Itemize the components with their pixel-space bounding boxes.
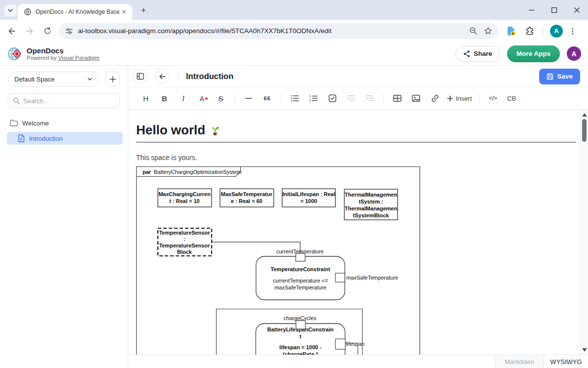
folder-label: Welcome xyxy=(22,120,49,127)
svg-text:maxSafeTemperature: maxSafeTemperature xyxy=(274,285,326,290)
close-window-button[interactable] xyxy=(565,0,588,20)
docs-offline-icon[interactable] xyxy=(505,25,517,37)
document-content[interactable]: Hello world This space is yours. par xyxy=(128,110,588,355)
browser-tab-strip: OpenDocs - AI Knowledge Base × + xyxy=(0,0,588,20)
svg-text:MaxSafeTemperatur: MaxSafeTemperatur xyxy=(221,191,273,197)
page-label: Introduction xyxy=(29,135,63,142)
temperature-constraint-block[interactable]: TemperatureConstraint currentTemperature… xyxy=(256,253,345,300)
powered-by: Powered by Visual Paradigm xyxy=(27,55,99,61)
link-button[interactable] xyxy=(428,92,441,105)
strikethrough-button[interactable]: S xyxy=(214,92,227,105)
maximize-button[interactable] xyxy=(543,0,565,20)
url-text[interactable]: ai-toolbox.visual-paradigm.com/app/opend… xyxy=(78,27,464,35)
italic-button[interactable]: I xyxy=(177,92,190,105)
browser-profile-avatar[interactable]: A xyxy=(550,25,563,38)
table-button[interactable] xyxy=(391,92,404,105)
share-icon xyxy=(463,50,470,57)
sidebar-item-welcome[interactable]: Welcome xyxy=(10,117,123,129)
port-charge-cycles[interactable] xyxy=(296,321,305,329)
back-to-pages-button[interactable] xyxy=(155,69,170,84)
sidebar-item-introduction[interactable]: Introduction xyxy=(7,132,123,145)
value-box-initial-lifespan[interactable]: InitialLifespan : Real = 1000 xyxy=(282,189,335,207)
outdent-button[interactable] xyxy=(363,92,376,105)
task-list-button[interactable] xyxy=(326,92,339,105)
bullet-list-button[interactable] xyxy=(288,92,301,105)
port-max-safe-temperature[interactable] xyxy=(335,273,345,282)
svg-text:t: t xyxy=(299,333,301,339)
browser-window: OpenDocs - AI Knowledge Base × + ai-tool… xyxy=(0,0,588,368)
document-icon xyxy=(18,134,25,142)
svg-text:TemperatureSensor: TemperatureSensor xyxy=(159,243,210,248)
scroll-down-button[interactable] xyxy=(581,346,588,354)
inline-code-button[interactable]: </> xyxy=(486,92,500,105)
browser-tab[interactable]: OpenDocs - AI Knowledge Base × xyxy=(18,4,132,20)
new-tab-button[interactable]: + xyxy=(138,5,149,16)
svg-text:tSystem :: tSystem : xyxy=(359,199,383,204)
image-button[interactable] xyxy=(409,92,423,105)
vertical-scrollbar[interactable] xyxy=(580,110,588,355)
space-selector[interactable]: Default Space xyxy=(8,72,99,86)
toolbar-separator xyxy=(234,94,235,103)
numbered-list-button[interactable]: 12 xyxy=(307,92,320,105)
search-input[interactable] xyxy=(23,97,115,105)
port-lifespan[interactable] xyxy=(335,339,345,349)
tab-markdown[interactable]: Markdown xyxy=(495,355,544,368)
toolbar-separator xyxy=(281,94,281,103)
share-button[interactable]: Share xyxy=(455,46,500,62)
battery-lifespan-constraint-block[interactable]: BatteryLifespanConstrain t lifespan = 10… xyxy=(256,321,346,355)
scroll-up-button[interactable] xyxy=(581,111,588,119)
temperature-sensor-box[interactable]: TemperatureSensor : TemperatureSensor Bl… xyxy=(158,228,212,256)
code-block-button[interactable]: CB xyxy=(505,92,518,105)
save-button[interactable]: Save xyxy=(539,69,580,84)
text-color-button[interactable]: A xyxy=(195,92,209,105)
bold-button[interactable]: B xyxy=(158,92,171,105)
address-bar[interactable]: ai-toolbox.visual-paradigm.com/app/opend… xyxy=(59,23,498,39)
toggle-sidebar-button[interactable] xyxy=(133,70,147,83)
insert-button[interactable]: Insert xyxy=(447,95,472,102)
value-box-thermal-system[interactable]: ThermalManagemen tSystem : ThermalManage… xyxy=(344,189,398,220)
tab-wysiwyg[interactable]: WYSIWYG xyxy=(544,355,588,368)
visual-paradigm-link[interactable]: Visual Paradigm xyxy=(58,55,100,61)
toolbar-separator xyxy=(383,94,384,103)
svg-text:1: 1 xyxy=(309,94,311,98)
reload-button[interactable] xyxy=(41,25,53,37)
horizontal-rule-button[interactable] xyxy=(242,92,255,105)
globe-favicon-icon xyxy=(24,8,32,16)
sidebar-search[interactable] xyxy=(8,93,120,108)
svg-text:InitialLifespan : Real: InitialLifespan : Real xyxy=(283,191,335,197)
color-dot xyxy=(205,97,208,100)
text-color-glyph: A xyxy=(199,94,204,103)
extensions-icon[interactable] xyxy=(524,25,536,37)
value-box-max-charging[interactable]: MaxChargingCurren t : Real = 10 xyxy=(158,189,212,207)
account-avatar[interactable]: A xyxy=(567,46,581,61)
frame-keyword: par xyxy=(143,169,151,175)
editor-panel: Introduction Save H B I A S 66 12 xyxy=(128,66,588,368)
port-current-temperature[interactable] xyxy=(296,253,305,261)
add-space-button[interactable] xyxy=(105,72,120,86)
seedling-emoji xyxy=(209,124,221,136)
tab-search-button[interactable] xyxy=(4,4,17,16)
zoom-icon[interactable] xyxy=(468,26,478,37)
brand-text: OpenDocs Powered by Visual Paradigm xyxy=(27,46,99,61)
bookmark-star-icon[interactable] xyxy=(482,26,493,37)
save-label: Save xyxy=(557,73,573,80)
tab-close-icon[interactable]: × xyxy=(119,7,128,16)
svg-text:= 1000: = 1000 xyxy=(300,198,317,204)
indent-button[interactable] xyxy=(344,92,358,105)
browser-menu-icon[interactable] xyxy=(567,25,579,37)
heading-button[interactable]: H xyxy=(139,92,152,105)
back-button[interactable] xyxy=(6,25,18,37)
svg-text:lifespan = 1000 -: lifespan = 1000 - xyxy=(279,344,322,350)
svg-text:TemperatureConstraint: TemperatureConstraint xyxy=(271,266,331,272)
more-apps-button[interactable]: More Apps xyxy=(507,45,560,62)
blockquote-button[interactable]: 66 xyxy=(260,92,274,105)
svg-text:2: 2 xyxy=(309,99,311,102)
forward-button[interactable] xyxy=(24,25,36,37)
formatting-toolbar: H B I A S 66 12 Insert xyxy=(128,87,588,110)
value-box-max-safe-temp[interactable]: MaxSafeTemperatur e : Real = 60 xyxy=(220,189,274,207)
scrollbar-thumb[interactable] xyxy=(582,119,587,142)
chevron-down-icon xyxy=(7,7,13,13)
site-info-icon[interactable] xyxy=(65,27,73,35)
panel-toggle-icon xyxy=(137,73,144,80)
minimize-button[interactable] xyxy=(520,0,543,20)
